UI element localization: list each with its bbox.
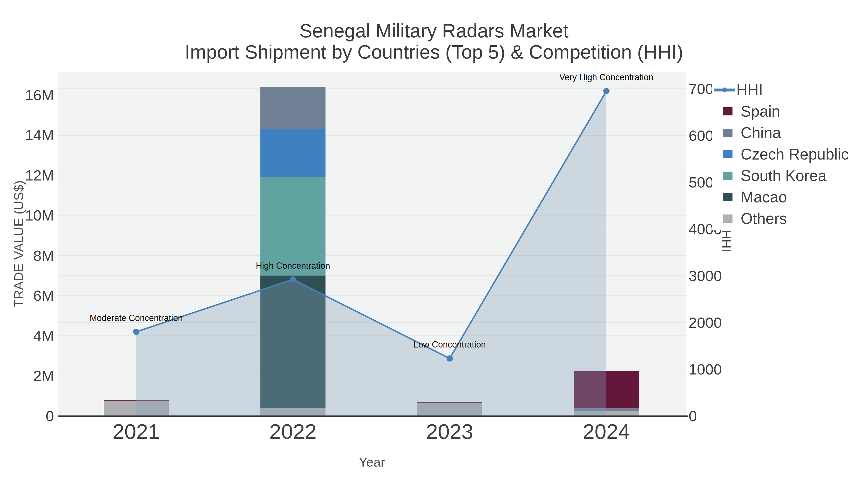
chart-title-line2: Import Shipment by Countries (Top 5) & C… xyxy=(0,42,868,62)
czech-republic-swatch-icon xyxy=(723,150,733,158)
x-axis-title: Year xyxy=(58,455,686,469)
x-tick-2021: 2021 xyxy=(113,420,160,444)
y-left-tick-12M: 12M xyxy=(25,167,54,184)
y-axis-title-left: TRADE VALUE (US$) xyxy=(11,180,26,307)
legend-label: Others xyxy=(741,210,787,227)
x-tick-2022: 2022 xyxy=(269,420,317,444)
legend-item-hhi[interactable]: HHI xyxy=(712,79,867,100)
annotation-2023: Low Concentration xyxy=(413,339,486,350)
legend-label: South Korea xyxy=(741,167,827,185)
hhi-line-swatch-icon xyxy=(714,85,737,95)
x-tick-2024: 2024 xyxy=(583,420,630,444)
y-right-tick-2000: 2000 xyxy=(689,314,722,331)
annotation-2024: Very High Concentration xyxy=(559,72,653,82)
legend-label: Spain xyxy=(741,102,780,120)
annotation-2022: High Concentration xyxy=(256,261,330,271)
china-swatch-icon xyxy=(723,129,733,137)
y-left-tick-2M: 2M xyxy=(33,367,54,384)
x-tick-2023: 2023 xyxy=(426,420,473,444)
south-korea-swatch-icon xyxy=(723,171,733,180)
macao-swatch-icon xyxy=(723,193,733,201)
bar-segment-2022-china[interactable] xyxy=(260,87,326,129)
legend-item-spain[interactable]: Spain xyxy=(712,100,867,122)
y-left-tick-6M: 6M xyxy=(33,287,54,304)
y-right-tick-0: 0 xyxy=(689,408,697,424)
bar-segment-2022-czech-republic[interactable] xyxy=(260,129,326,177)
y-left-tick-4M: 4M xyxy=(33,327,54,344)
hhi-marker-2023[interactable] xyxy=(446,355,453,361)
y-left-tick-8M: 8M xyxy=(33,247,54,264)
legend-item-south-korea[interactable]: South Korea xyxy=(712,165,867,186)
legend-label: HHI xyxy=(736,81,763,99)
chart-page: 02M4M6M8M10M12M14M16M0100020003000400050… xyxy=(0,0,868,488)
legend-label: Macao xyxy=(741,188,787,206)
others-swatch-icon xyxy=(723,215,733,223)
legend-label: Czech Republic xyxy=(741,145,849,163)
hhi-marker-2024[interactable] xyxy=(603,88,610,94)
legend-item-others[interactable]: Others xyxy=(712,208,867,229)
legend-item-macao[interactable]: Macao xyxy=(712,186,867,208)
annotation-2021: Moderate Concentration xyxy=(90,313,183,323)
chart-canvas: 02M4M6M8M10M12M14M16M0100020003000400050… xyxy=(0,0,868,488)
legend-label: China xyxy=(741,124,781,142)
legend-item-china[interactable]: China xyxy=(712,122,867,143)
x-axis-line xyxy=(58,416,688,417)
y-right-tick-1000: 1000 xyxy=(689,361,722,378)
y-right-tick-3000: 3000 xyxy=(689,267,722,284)
legend: HHISpainChinaCzech RepublicSouth KoreaMa… xyxy=(712,79,867,230)
y-axis-title-right: HHI xyxy=(719,230,734,252)
y-left-tick-0: 0 xyxy=(46,408,54,424)
legend-item-czech-republic[interactable]: Czech Republic xyxy=(712,143,867,165)
spain-swatch-icon xyxy=(723,107,733,116)
y-left-tick-10M: 10M xyxy=(25,207,54,224)
chart-title-line1: Senegal Military Radars Market xyxy=(0,21,868,41)
y-left-tick-16M: 16M xyxy=(25,87,54,103)
hhi-marker-2022[interactable] xyxy=(290,276,296,283)
y-left-tick-14M: 14M xyxy=(25,127,54,143)
hhi-marker-2021[interactable] xyxy=(133,329,140,335)
